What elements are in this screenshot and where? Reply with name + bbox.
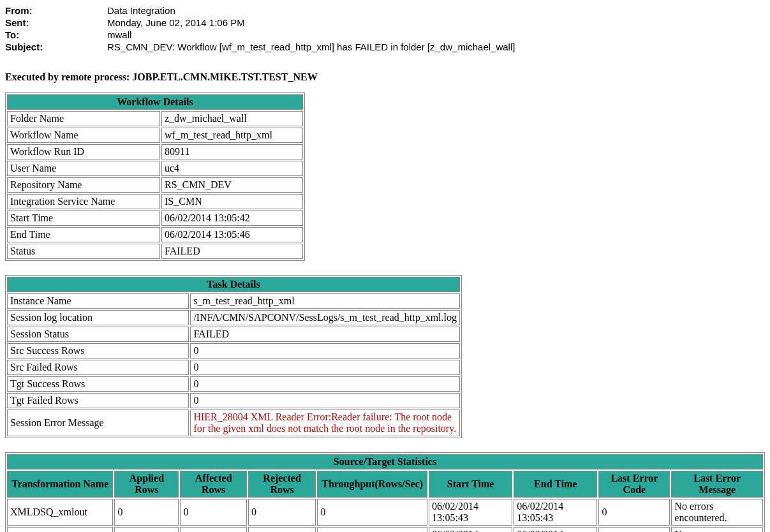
executed-by-line: Executed by remote process: JOBP.ETL.CMN… [5, 71, 765, 83]
workflow-field-label: Repository Name [7, 177, 160, 193]
table-row: Integration Service NameIS_CMN [7, 194, 303, 209]
stats-cell: 0 [248, 499, 316, 526]
workflow-field-value: z_dw_michael_wall [161, 111, 303, 126]
task-field-label: Tgt Failed Rows [7, 393, 189, 408]
table-row: Tgt Failed Rows0 [7, 393, 460, 408]
task-field-label: Tgt Success Rows [7, 376, 189, 392]
workflow-field-label: End Time [7, 227, 160, 242]
table-row: Repository NameRS_CMN_DEV [7, 177, 303, 193]
stats-cell: 0 [317, 499, 427, 526]
table-row: End Time06/02/2014 13:05:46 [7, 227, 303, 242]
task-field-value: FAILED [190, 327, 460, 342]
table-row: Src Failed Rows0 [7, 360, 460, 375]
email-sent-value: Monday, June 02, 2014 1:06 PM [107, 17, 765, 28]
workflow-field-value: wf_m_test_read_http_xml [161, 128, 303, 143]
email-from-row: From: Data Integration [5, 5, 765, 16]
task-field-label: Src Success Rows [7, 343, 189, 358]
workflow-field-value: 06/02/2014 13:05:46 [161, 227, 303, 242]
email-subject-label: Subject: [5, 41, 107, 52]
stats-column-header: Start Time [429, 471, 512, 498]
email-from-value: Data Integration [107, 5, 765, 16]
email-subject-value: RS_CMN_DEV: Workflow [wf_m_test_read_htt… [107, 41, 765, 52]
email-from-label: From: [5, 5, 107, 16]
stats-column-header: Last Error Code [598, 471, 670, 498]
email-header: From: Data Integration Sent: Monday, Jun… [5, 5, 765, 52]
workflow-field-label: Integration Service Name [7, 194, 160, 209]
table-row: XMLDSQ_xmlout000006/02/2014 13:05:4306/0… [7, 499, 763, 526]
table-row: Instance Names_m_test_read_http_xml [7, 293, 460, 309]
stats-header: Source/Target Statistics [7, 454, 763, 469]
stats-cell: 0 [317, 527, 427, 532]
table-row: User Nameuc4 [7, 161, 303, 176]
stats-cell: 06/02/2014 13:05:43 [429, 499, 512, 526]
task-field-label: Session log location [7, 310, 189, 325]
task-field-label: Session Status [7, 327, 189, 342]
stats-cell: No errors encountered. [671, 499, 763, 526]
email-to-value: mwall [107, 29, 765, 40]
stats-cell: 06/02/2014 13:05:43 [514, 499, 597, 526]
workflow-field-value: 80911 [161, 144, 303, 159]
table-row: GLCMExtractReconNet000006/02/2014 13:05:… [7, 527, 763, 532]
stats-cell: GLCMExtractReconNet [7, 527, 113, 532]
stats-cell: 0 [180, 499, 247, 526]
stats-column-header: Transformation Name [7, 471, 113, 498]
table-row: Workflow Run ID80911 [7, 144, 303, 159]
table-row: Folder Namez_dw_michael_wall [7, 111, 303, 126]
task-field-value: /INFA/CMN/SAPCONV/SessLogs/s_m_test_read… [190, 310, 460, 325]
workflow-details-header: Workflow Details [7, 94, 303, 110]
workflow-field-label: Workflow Name [7, 128, 160, 143]
stats-table: Source/Target Statistics Transformation … [5, 452, 765, 532]
table-row: Src Success Rows0 [7, 343, 460, 358]
task-field-label: Instance Name [7, 293, 189, 309]
table-row: Workflow Namewf_m_test_read_http_xml [7, 128, 303, 143]
table-row: Session StatusFAILED [7, 327, 460, 342]
stats-cell: 0 [180, 527, 247, 532]
stats-cell: XMLDSQ_xmlout [7, 499, 113, 526]
workflow-field-label: User Name [7, 161, 160, 176]
workflow-field-value: IS_CMN [161, 194, 303, 209]
task-field-value: 0 [190, 360, 460, 375]
stats-column-header: Affected Rows [180, 471, 247, 498]
stats-column-header: End Time [514, 471, 597, 498]
workflow-details-table: Workflow Details Folder Namez_dw_michael… [5, 92, 305, 261]
task-field-value: s_m_test_read_http_xml [190, 293, 460, 309]
stats-column-header: Last Error Message [671, 471, 763, 498]
task-field-value: HIER_28004 XML Reader Error:Reader failu… [190, 410, 460, 436]
stats-cell: 0 [114, 527, 179, 532]
stats-cell: 06/02/2014 13:05:44 [429, 527, 512, 532]
stats-cell: 0 [598, 527, 670, 532]
workflow-field-value: 06/02/2014 13:05:42 [161, 211, 303, 226]
task-field-value: 0 [190, 343, 460, 358]
stats-cell: 0 [114, 499, 179, 526]
stats-cell: 0 [248, 527, 316, 532]
email-sent-row: Sent: Monday, June 02, 2014 1:06 PM [5, 17, 765, 28]
task-details-header: Task Details [7, 277, 460, 292]
table-row: Tgt Success Rows0 [7, 376, 460, 392]
stats-column-header: Throughput(Rows/Sec) [317, 471, 427, 498]
workflow-field-label: Start Time [7, 211, 160, 226]
task-field-value: 0 [190, 376, 460, 392]
workflow-field-label: Status [7, 244, 160, 259]
workflow-field-value: FAILED [161, 244, 303, 259]
stats-column-header: Rejected Rows [248, 471, 316, 498]
email-subject-row: Subject: RS_CMN_DEV: Workflow [wf_m_test… [5, 41, 765, 52]
workflow-field-value: RS_CMN_DEV [161, 177, 303, 193]
email-to-row: To: mwall [5, 29, 765, 40]
task-details-table: Task Details Instance Names_m_test_read_… [5, 275, 462, 438]
table-row: StatusFAILED [7, 244, 303, 259]
stats-column-header: Applied Rows [114, 471, 179, 498]
task-field-value: 0 [190, 393, 460, 408]
email-to-label: To: [5, 29, 107, 40]
workflow-field-label: Folder Name [7, 111, 160, 126]
stats-cell: 0 [598, 499, 670, 526]
stats-cell: 06/02/2014 13:05:44 [514, 527, 597, 532]
table-row: Session log location/INFA/CMN/SAPCONV/Se… [7, 310, 460, 325]
table-row: Start Time06/02/2014 13:05:42 [7, 211, 303, 226]
stats-cell: No errors encountered. [671, 527, 763, 532]
table-row: Session Error MessageHIER_28004 XML Read… [7, 410, 460, 436]
task-field-label: Session Error Message [7, 410, 189, 436]
email-sent-label: Sent: [5, 17, 107, 28]
workflow-field-value: uc4 [161, 161, 303, 176]
task-field-label: Src Failed Rows [7, 360, 189, 375]
workflow-field-label: Workflow Run ID [7, 144, 160, 159]
